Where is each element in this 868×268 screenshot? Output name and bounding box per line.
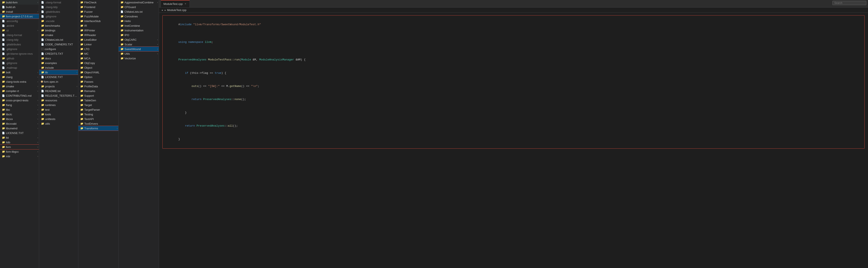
- list-item[interactable]: 📁.vscode: [39, 19, 78, 23]
- list-item[interactable]: 📄.gitignore: [39, 14, 78, 19]
- list-item[interactable]: 📄CREDITS.TXT: [39, 51, 78, 56]
- list-item[interactable]: 📄.arcconfig: [0, 19, 39, 23]
- list-item[interactable]: 📁Transforms›: [78, 126, 118, 131]
- list-item[interactable]: 📁libcxx›: [0, 116, 39, 121]
- list-item[interactable]: 📁bolt›: [0, 70, 39, 75]
- list-item[interactable]: configure: [39, 47, 78, 51]
- list-item[interactable]: 📁Vectorize: [119, 56, 159, 61]
- list-item[interactable]: 📄.clang-format: [0, 33, 39, 37]
- list-item[interactable]: 📁MCA: [78, 56, 118, 61]
- list-item[interactable]: 📁Testing: [78, 112, 118, 116]
- list-item[interactable]: 📁compiler-rt›: [0, 89, 39, 93]
- list-item[interactable]: 📁build-llvm›: [0, 0, 39, 5]
- list-item[interactable]: 📁utils: [39, 121, 78, 126]
- list-item[interactable]: 📁include: [39, 65, 78, 70]
- list-item[interactable]: 📁Linker: [78, 42, 118, 47]
- list-item[interactable]: 📁projects›: [39, 84, 78, 89]
- list-item[interactable]: 📁Passes: [78, 79, 118, 84]
- list-item[interactable]: 📁clang-tools-extra›: [0, 79, 39, 84]
- list-item[interactable]: 📁.github: [0, 56, 39, 61]
- list-item[interactable]: 📁ObjCopy: [78, 61, 118, 65]
- tab-moduletestcpp[interactable]: ModuleTest.cpp ×: [161, 0, 190, 7]
- tab-close-icon[interactable]: ×: [184, 2, 187, 5]
- list-item[interactable]: 📁Option: [78, 75, 118, 79]
- list-item[interactable]: 📁Hello: [119, 19, 159, 23]
- list-item[interactable]: 📁FileCheck: [78, 0, 118, 5]
- list-item[interactable]: 📁llvm-project-17.0.6.src: [0, 14, 39, 19]
- list-item[interactable]: 📁FuzzMutate: [78, 14, 118, 19]
- list-item[interactable]: 📁libunwind›: [0, 126, 39, 131]
- list-item[interactable]: 📁AggressiveInstCombine›: [119, 0, 159, 5]
- list-item[interactable]: 📄build.sh: [0, 5, 39, 9]
- list-item[interactable]: 📁Remarks: [78, 89, 118, 93]
- list-item[interactable]: 📁Object: [78, 65, 118, 70]
- list-item[interactable]: 📁.ci›: [0, 28, 39, 33]
- list-item[interactable]: 📁benchmarks: [39, 23, 78, 28]
- list-item[interactable]: 📁docs: [39, 56, 78, 61]
- list-item[interactable]: 📁IRReader: [78, 33, 118, 37]
- list-item[interactable]: 📄.gitignore: [0, 61, 39, 65]
- list-item[interactable]: 📁libcxxabi›: [0, 121, 39, 126]
- list-item[interactable]: 📁cmake: [39, 33, 78, 37]
- list-item[interactable]: 📁resources: [39, 98, 78, 103]
- list-item[interactable]: 📁ObjCARC›: [119, 37, 159, 42]
- list-item[interactable]: 📁tools: [39, 112, 78, 116]
- list-item[interactable]: 📁Target: [78, 103, 118, 107]
- list-item[interactable]: 📁runtimes: [39, 103, 78, 107]
- list-item[interactable]: 📁TableGen: [78, 98, 118, 103]
- list-item[interactable]: 📁Utils›: [119, 51, 159, 56]
- list-item[interactable]: 📄.clang-format: [39, 0, 78, 5]
- list-item[interactable]: 📁llvm›: [0, 144, 39, 149]
- list-item[interactable]: 📁clang›: [0, 75, 39, 79]
- list-item[interactable]: 📄CONTRIBUTING.md: [0, 93, 39, 98]
- list-item[interactable]: 📁unittests: [39, 116, 78, 121]
- list-item[interactable]: 📁test: [39, 107, 78, 112]
- list-item[interactable]: 📄.git-blame-ignore-revs: [0, 51, 39, 56]
- list-item[interactable]: 📄.gitattributes: [39, 9, 78, 14]
- list-item[interactable]: 📁TargetParser: [78, 107, 118, 112]
- list-item[interactable]: 📄CMakeLists.txt: [39, 37, 78, 42]
- list-item[interactable]: 📁Scalar›: [119, 42, 159, 47]
- search-input[interactable]: [832, 1, 866, 5]
- list-item[interactable]: 📁CFGuard: [119, 5, 159, 9]
- list-item[interactable]: 📁TextAPI: [78, 116, 118, 121]
- list-item[interactable]: 📁SweetWound›: [119, 47, 159, 51]
- list-item[interactable]: 📄RELEASE_TESTERS.TXT: [39, 93, 78, 98]
- list-item[interactable]: 📁Coroutines: [119, 14, 159, 19]
- list-item[interactable]: 📄.gitignore: [0, 47, 39, 51]
- list-item[interactable]: 📁bindings: [39, 28, 78, 33]
- list-item[interactable]: 📄.mailmap: [0, 65, 39, 70]
- list-item[interactable]: 📁ObjectYAML: [78, 70, 118, 75]
- list-item[interactable]: 📄CMakeLists.txt: [119, 9, 159, 14]
- list-item[interactable]: 📁libclc›: [0, 112, 39, 116]
- list-item[interactable]: 📁ToolDrivers: [78, 121, 118, 126]
- list-item[interactable]: 📁IR: [78, 23, 118, 28]
- list-item[interactable]: 📁InstCombine: [119, 23, 159, 28]
- list-item[interactable]: llvm.spec.in: [39, 79, 78, 84]
- list-item[interactable]: 📁Frontend: [78, 5, 118, 9]
- list-item[interactable]: 📁Support: [78, 93, 118, 98]
- list-item[interactable]: 📄.clang-tidy: [39, 5, 78, 9]
- list-item[interactable]: 📁InterfaceStub: [78, 19, 118, 23]
- list-item[interactable]: 📄CODE_OWNERS.TXT: [39, 42, 78, 47]
- list-item[interactable]: 📁install›: [0, 9, 39, 14]
- list-item[interactable]: 📁IPO: [119, 33, 159, 37]
- list-item[interactable]: 📄.gitattributes: [0, 42, 39, 47]
- list-item[interactable]: 📁Fuzzer: [78, 9, 118, 14]
- list-item[interactable]: 📁libc›: [0, 107, 39, 112]
- list-item[interactable]: 📄.arclint: [0, 23, 39, 28]
- list-item[interactable]: 📁lldb›: [0, 140, 39, 144]
- list-item[interactable]: 📁llvm-libgcc›: [0, 149, 39, 154]
- list-item[interactable]: 📁examples: [39, 61, 78, 65]
- list-item[interactable]: 📁ProfileData: [78, 84, 118, 89]
- list-item[interactable]: 📁cross-project-tests›: [0, 98, 39, 103]
- list-item[interactable]: 📁cmake›: [0, 84, 39, 89]
- list-item[interactable]: 📁IRPrinter: [78, 28, 118, 33]
- list-item[interactable]: 📁Instrumentation: [119, 28, 159, 33]
- list-item[interactable]: 📄.clang-tidy: [0, 37, 39, 42]
- list-item[interactable]: 📄LICENSE.TXT: [0, 131, 39, 135]
- list-item[interactable]: 📁LineEditor: [78, 37, 118, 42]
- list-item[interactable]: 📄LICENSE.TXT: [39, 75, 78, 79]
- list-item[interactable]: 📁MC: [78, 51, 118, 56]
- list-item[interactable]: 📄README.txt: [39, 89, 78, 93]
